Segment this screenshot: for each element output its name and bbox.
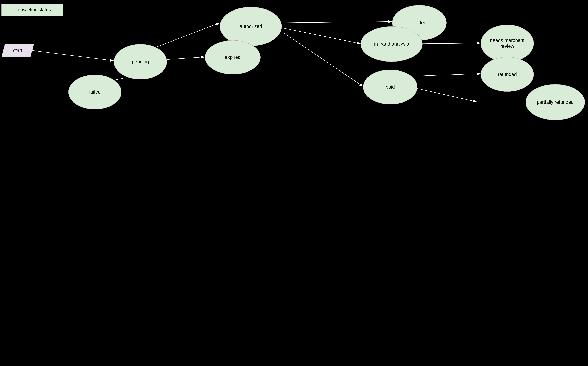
svg-line-7 <box>422 43 481 44</box>
refunded-node: refunded <box>481 57 534 92</box>
start-node: start <box>1 44 34 57</box>
pending-node: pending <box>114 44 167 79</box>
in-fraud-analysis-node: in fraud analysis <box>361 26 422 62</box>
svg-line-6 <box>282 32 363 86</box>
authorized-node: authorized <box>220 7 282 46</box>
paid-node: paid <box>363 70 417 104</box>
svg-line-8 <box>417 74 481 76</box>
diagram-container: Transaction status start authorized void… <box>0 0 588 366</box>
needs-merchant-review-node: needs merchant review <box>481 25 534 62</box>
svg-line-9 <box>417 89 477 102</box>
svg-line-4 <box>282 22 392 23</box>
legend-title: Transaction status <box>1 4 63 16</box>
partially-refunded-node: partially refunded <box>526 84 585 120</box>
failed-node: failed <box>68 75 121 109</box>
svg-line-5 <box>282 28 361 44</box>
svg-line-0 <box>32 51 114 61</box>
expired-node: expired <box>205 40 261 74</box>
